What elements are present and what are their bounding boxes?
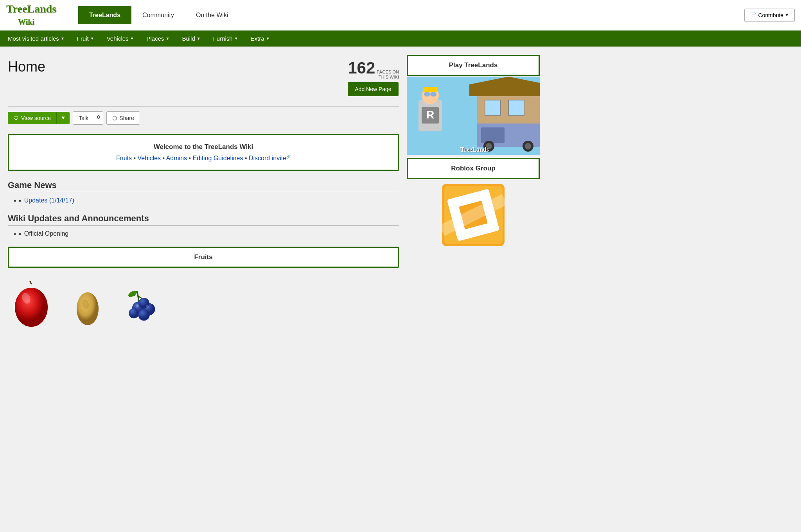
game-news-title: Game News	[8, 180, 399, 192]
welcome-title: Welcome to the TreeLands Wiki	[17, 143, 390, 151]
caret-icon: ▼	[266, 36, 270, 41]
updates-link[interactable]: Updates (1/14/17)	[24, 197, 74, 204]
svg-point-41	[430, 92, 436, 97]
caret-icon: ▼	[90, 36, 94, 41]
blueberries-fruit	[120, 279, 167, 330]
fruits-section-title: Fruits	[17, 253, 390, 261]
nav-vehicles-label: Vehicles	[107, 35, 129, 42]
title-divider	[8, 106, 399, 107]
nav-furnish-label: Furnish	[213, 35, 233, 42]
svg-point-34	[525, 143, 531, 149]
editing-guidelines-link[interactable]: Editing Guidelines	[193, 155, 243, 161]
header: TreeLands Wiki TreeLands Community On th…	[0, 0, 801, 47]
add-new-page-button[interactable]: Add New Page	[348, 82, 398, 96]
roblox-group-button[interactable]: Roblox Group	[407, 158, 540, 179]
svg-rect-30	[481, 127, 505, 143]
list-bullet: ■	[19, 199, 21, 202]
svg-rect-25	[469, 84, 540, 96]
nav-tabs: TreeLands Community On the Wiki	[78, 6, 744, 24]
right-sidebar: Play TreeLands	[407, 55, 540, 335]
discord-invite-link[interactable]: Discord invite	[249, 155, 286, 161]
share-icon: ⬡	[112, 115, 117, 121]
fruit-images	[8, 276, 399, 334]
svg-rect-28	[508, 100, 524, 116]
separator: •	[189, 155, 192, 161]
left-content: Home 162 PAGES ONTHIS WIKI Add New Page …	[8, 55, 399, 335]
svg-point-20	[138, 309, 149, 321]
tab-on-the-wiki[interactable]: On the Wiki	[185, 6, 239, 24]
edit-icon: 🛡	[13, 115, 19, 121]
dropdown-arrow-icon: ▼	[785, 13, 789, 17]
tab-community[interactable]: Community	[131, 6, 185, 24]
svg-line-0	[30, 281, 31, 284]
logo-text: TreeLands Wiki	[6, 3, 72, 27]
view-source-label: View source	[21, 115, 51, 121]
apple-fruit	[8, 279, 55, 330]
game-scene-svg: R TreeLands	[407, 77, 540, 155]
main-content: Home 162 PAGES ONTHIS WIKI Add New Page …	[0, 47, 548, 335]
svg-point-21	[136, 305, 139, 308]
caret-icon: ▼	[197, 36, 201, 41]
nav-most-visited-label: Most visited articles	[8, 35, 59, 42]
game-news-list: ■ Updates (1/14/17)	[8, 195, 399, 206]
vehicles-link[interactable]: Vehicles	[137, 155, 161, 161]
caret-icon: ▼	[234, 36, 238, 41]
admins-link[interactable]: Admins	[166, 155, 187, 161]
nav-most-visited[interactable]: Most visited articles ▼	[2, 30, 71, 47]
svg-point-2	[15, 288, 48, 327]
caret-icon: ▼	[61, 36, 65, 41]
contribute-label: Contribute	[758, 12, 784, 18]
nav-extra[interactable]: Extra ▼	[244, 30, 276, 47]
page-title: Home	[8, 59, 45, 75]
svg-point-10	[127, 290, 138, 298]
nav-fruit[interactable]: Fruit ▼	[71, 30, 101, 47]
pages-label: PAGES ONTHIS WIKI	[377, 70, 399, 80]
separator: •	[163, 155, 166, 161]
apple-svg	[10, 281, 53, 330]
game-news-section: Game News ■ Updates (1/14/17)	[8, 180, 399, 206]
blueberries-svg	[120, 279, 167, 330]
nav-extra-label: Extra	[251, 35, 264, 42]
fruits-link[interactable]: Fruits	[116, 155, 132, 161]
share-button[interactable]: ⬡ Share	[106, 111, 140, 125]
svg-point-22	[146, 305, 149, 308]
nav-build[interactable]: Build ▼	[176, 30, 207, 47]
svg-point-5	[77, 292, 99, 325]
pages-info: 162 PAGES ONTHIS WIKI Add New Page	[348, 59, 399, 96]
view-source-dropdown-button[interactable]: ▼	[56, 112, 70, 124]
external-link-icon: 🔗	[286, 155, 291, 159]
logo-line2: Wiki	[18, 18, 34, 26]
contribute-button[interactable]: 📄 Contribute ▼	[744, 9, 795, 22]
logo-area: TreeLands Wiki	[0, 0, 78, 30]
page-title-area: Home 162 PAGES ONTHIS WIKI Add New Page	[8, 55, 399, 100]
wiki-updates-title: Wiki Updates and Announcements	[8, 213, 399, 226]
talk-count: 0	[94, 111, 103, 125]
nav-places[interactable]: Places ▼	[140, 30, 176, 47]
svg-rect-39	[423, 87, 437, 92]
logo-line1: TreeLands	[6, 3, 56, 15]
caret-icon: ▼	[166, 36, 170, 41]
svg-rect-27	[485, 100, 501, 116]
view-source-button[interactable]: 🛡 View source	[8, 112, 56, 124]
play-treelands-button[interactable]: Play TreeLands	[407, 55, 540, 76]
separator: •	[133, 155, 137, 161]
top-bar: TreeLands Wiki TreeLands Community On th…	[0, 0, 801, 30]
list-bullet: ■	[19, 232, 21, 236]
nav-build-label: Build	[182, 35, 195, 42]
nav-places-label: Places	[146, 35, 164, 42]
nav-furnish[interactable]: Furnish ▼	[207, 30, 244, 47]
svg-text:TreeLands: TreeLands	[460, 146, 489, 153]
green-nav: Most visited articles ▼ Fruit ▼ Vehicles…	[0, 30, 801, 47]
tab-treelands[interactable]: TreeLands	[78, 6, 131, 24]
kiwi-fruit	[64, 279, 111, 330]
game-scene-image: R TreeLands	[407, 77, 540, 155]
nav-fruit-label: Fruit	[77, 35, 89, 42]
welcome-links: Fruits • Vehicles • Admins • Editing Gui…	[17, 155, 390, 162]
kiwi-svg	[70, 281, 105, 330]
separator: •	[245, 155, 249, 161]
roblox-logo-svg	[442, 184, 505, 246]
talk-button[interactable]: Talk	[73, 111, 94, 125]
nav-vehicles[interactable]: Vehicles ▼	[101, 30, 140, 47]
talk-label: Talk	[79, 115, 88, 121]
welcome-box: Welcome to the TreeLands Wiki Fruits • V…	[8, 134, 399, 171]
